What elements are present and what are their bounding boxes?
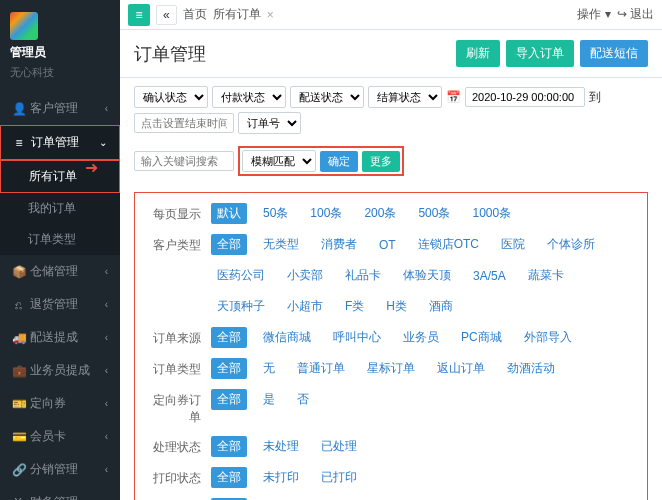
nav: 👤客户管理‹ ≡订单管理⌄ [0,92,120,160]
back-button[interactable]: « [156,5,177,25]
refresh-button[interactable]: 刷新 [456,40,500,67]
page-title: 订单管理 [134,42,206,66]
nav-return[interactable]: ⎌退货管理‹ [0,288,120,321]
filter-option[interactable]: 200条 [358,203,402,224]
nav-sales[interactable]: 💼业务员提成‹ [0,354,120,387]
filter-option[interactable]: 无 [257,358,281,379]
filter-option[interactable]: 未打印 [257,467,305,488]
filter-label: 订单类型 [145,358,201,378]
subnav-all-orders[interactable]: 所有订单 [0,160,120,193]
page-header: 订单管理 刷新 导入订单 配送短信 [120,30,662,78]
home-link[interactable]: 首页 [183,6,207,23]
filter-option[interactable]: 天顶种子 [211,296,271,317]
nav-order[interactable]: ≡订单管理⌄ [0,125,120,160]
filter-option[interactable]: 连锁店OTC [412,234,485,255]
filter-option[interactable]: 消费者 [315,234,363,255]
filter-option[interactable]: 未处理 [257,436,305,457]
confirm-button[interactable]: 确定 [320,151,358,172]
subnav-order-types[interactable]: 订单类型 [0,224,120,255]
filter-option[interactable]: 默认 [211,203,247,224]
hamburger-button[interactable]: ≡ [128,4,150,26]
filter-option[interactable]: 全部 [211,358,247,379]
chevron-icon: ‹ [105,398,108,409]
more-button[interactable]: 更多 [362,151,400,172]
subnav-my-orders[interactable]: 我的订单 [0,193,120,224]
keyword-input[interactable] [134,151,234,171]
chevron-icon: ‹ [105,464,108,475]
filter-options: 全部是否 [211,389,315,410]
nav-label: 客户管理 [30,100,78,117]
nav-warehouse[interactable]: 📦仓储管理‹ [0,255,120,288]
confirm-status-select[interactable]: 确认状态 [134,86,208,108]
pay-status-select[interactable]: 付款状态 [212,86,286,108]
filter-option[interactable]: 返山订单 [431,358,491,379]
filter-option[interactable]: 3A/5A [467,267,512,285]
nav-distribution[interactable]: 🔗分销管理‹ [0,453,120,486]
filter-option[interactable]: OT [373,236,402,254]
filter-options: 全部微信商城呼叫中心业务员PC商城外部导入 [211,327,578,348]
filter-row: 订单类型全部无普通订单星标订单返山订单劲酒活动 [145,358,637,379]
nav-label: 退货管理 [30,296,78,313]
filter-option[interactable]: 小超市 [281,296,329,317]
filter-option[interactable]: 体验天顶 [397,265,457,286]
orderno-select[interactable]: 订单号 [238,112,301,134]
filter-option[interactable]: 全部 [211,436,247,457]
close-tab-icon[interactable]: × [267,8,274,22]
filter-option[interactable]: 1000条 [466,203,517,224]
filter-option[interactable]: 已处理 [315,436,363,457]
filter-option[interactable]: PC商城 [455,327,508,348]
nav-delivery[interactable]: 🚚配送提成‹ [0,321,120,354]
nav-membercard[interactable]: 💳会员卡‹ [0,420,120,453]
match-select[interactable]: 模糊匹配 [242,150,316,172]
filter-option[interactable]: 全部 [211,327,247,348]
delivery-status-select[interactable]: 配送状态 [290,86,364,108]
filter-option[interactable]: 全部 [211,234,247,255]
nav-finance[interactable]: ¥财务管理‹ [0,486,120,500]
filter-option[interactable]: 医药公司 [211,265,271,286]
sms-button[interactable]: 配送短信 [580,40,648,67]
nav-label: 分销管理 [30,461,78,478]
filter-option[interactable]: 小卖部 [281,265,329,286]
filter-option[interactable]: 全部 [211,389,247,410]
brand-user: 管理员 [10,44,110,61]
filter-option[interactable]: 已打印 [315,467,363,488]
filter-option[interactable]: 是 [257,389,281,410]
operations-menu[interactable]: 操作 ▾ [577,6,610,23]
filter-option[interactable]: 呼叫中心 [327,327,387,348]
chevron-icon: ‹ [105,431,108,442]
filter-option[interactable]: 蔬菜卡 [522,265,570,286]
filter-option[interactable]: F类 [339,296,370,317]
filter-option[interactable]: 全部 [211,467,247,488]
filter-option[interactable]: 个体诊所 [541,234,601,255]
filter-option[interactable]: 否 [291,389,315,410]
nav-coupon[interactable]: 🎫定向券‹ [0,387,120,420]
filter-label: 订单来源 [145,327,201,347]
filter-option[interactable]: 500条 [412,203,456,224]
subnav: 所有订单 我的订单 订单类型 [0,160,120,255]
filter-option[interactable]: 普通订单 [291,358,351,379]
filter-option[interactable]: 星标订单 [361,358,421,379]
filter-option[interactable]: 无类型 [257,234,305,255]
import-button[interactable]: 导入订单 [506,40,574,67]
filter-option[interactable]: 医院 [495,234,531,255]
filter-option[interactable]: 微信商城 [257,327,317,348]
filter-options: 全部无普通订单星标订单返山订单劲酒活动 [211,358,561,379]
date-from-input[interactable] [465,87,585,107]
filter-option[interactable]: 酒商 [423,296,459,317]
filter-option[interactable]: 外部导入 [518,327,578,348]
tab-all-orders[interactable]: 所有订单 [213,6,261,23]
logout-link[interactable]: ↪ 退出 [617,6,654,23]
filter-option[interactable]: 50条 [257,203,294,224]
filter-option[interactable]: 劲酒活动 [501,358,561,379]
filter-option[interactable]: H类 [380,296,413,317]
nav-label: 仓储管理 [30,263,78,280]
nav-customer[interactable]: 👤客户管理‹ [0,92,120,125]
chevron-down-icon: ⌄ [99,137,107,148]
filter-option[interactable]: 业务员 [397,327,445,348]
filter-option[interactable]: 100条 [304,203,348,224]
filter-option[interactable]: 礼品卡 [339,265,387,286]
settle-status-select[interactable]: 结算状态 [368,86,442,108]
date-to-input[interactable] [134,113,234,133]
chevron-icon: ‹ [105,299,108,310]
to-label: 到 [589,89,601,106]
